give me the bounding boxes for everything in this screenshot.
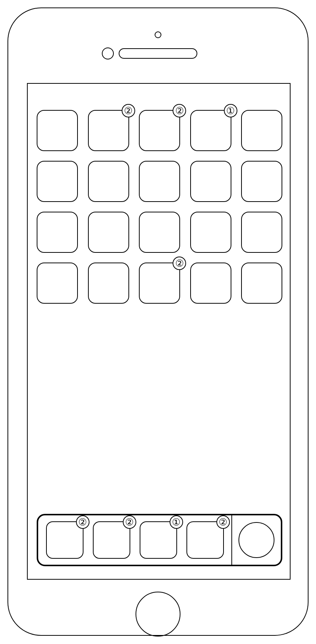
app-icon[interactable] [241, 110, 282, 151]
screen: ② ② ① [27, 83, 291, 580]
dock: ② ② ① ② [37, 514, 282, 566]
app-icon[interactable]: ① [190, 110, 231, 151]
dock-control-wrap [232, 515, 281, 565]
dock-app-icon[interactable]: ① [140, 521, 177, 559]
app-icon[interactable] [241, 263, 282, 304]
front-camera-icon [102, 47, 114, 59]
app-icon[interactable] [190, 263, 231, 304]
home-button[interactable] [136, 592, 180, 637]
notification-badge: ② [173, 257, 186, 270]
app-icon[interactable] [37, 212, 78, 253]
dock-app-icon[interactable]: ② [186, 521, 224, 559]
icon-row: ② ② ① [37, 110, 282, 151]
sensor-dot [155, 31, 161, 38]
app-icon[interactable] [190, 161, 231, 202]
icon-row [37, 161, 282, 202]
app-icon[interactable] [190, 212, 231, 253]
app-icon[interactable] [37, 161, 78, 202]
app-icon[interactable] [37, 110, 78, 151]
app-icon[interactable] [88, 263, 129, 304]
app-icon[interactable] [241, 212, 282, 253]
app-icon[interactable] [139, 161, 180, 202]
notification-badge: ② [216, 515, 230, 529]
notification-badge: ② [173, 104, 186, 117]
app-icon[interactable] [241, 161, 282, 202]
dock-app-icon[interactable]: ② [46, 521, 83, 559]
phone-body: ② ② ① [7, 7, 309, 636]
notification-badge: ① [170, 515, 183, 529]
icon-row: ② [37, 263, 282, 304]
dock-icons: ② ② ① ② [38, 521, 231, 559]
app-icon[interactable]: ② [139, 110, 180, 151]
notification-badge: ① [224, 104, 237, 117]
dock-app-icon[interactable]: ② [93, 521, 130, 559]
notification-badge: ② [122, 104, 135, 117]
icon-row [37, 212, 282, 253]
app-icon[interactable] [88, 212, 129, 253]
speaker-grille [119, 48, 197, 59]
app-icon[interactable] [37, 263, 78, 304]
dock-control-button[interactable] [238, 522, 274, 558]
app-icon[interactable] [139, 212, 180, 253]
app-icon[interactable]: ② [139, 263, 180, 304]
notification-badge: ② [76, 515, 89, 529]
app-icon[interactable] [88, 161, 129, 202]
notification-badge: ② [123, 515, 136, 529]
app-icon-grid: ② ② ① [37, 110, 282, 313]
app-icon[interactable]: ② [88, 110, 129, 151]
